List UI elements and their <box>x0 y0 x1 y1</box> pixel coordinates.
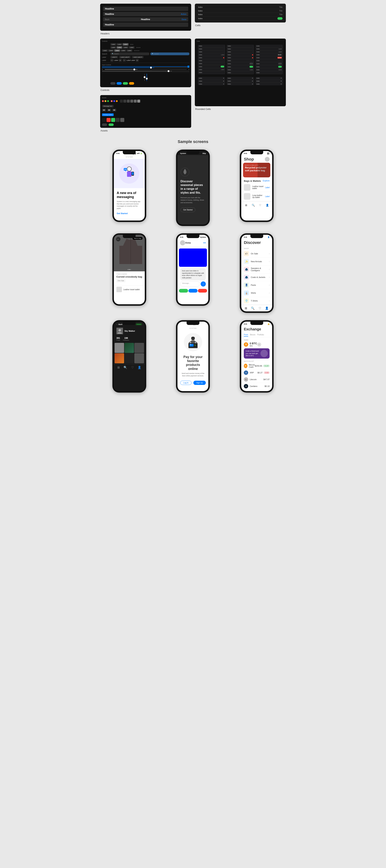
slider-track-3[interactable] <box>102 71 189 71</box>
discover-item-shirts[interactable]: 👔 Shirts › <box>241 289 272 297</box>
coat-back-btn[interactable]: ← <box>116 237 121 241</box>
stepper-2[interactable]: − Label Label + <box>123 59 139 62</box>
tab-icon-home[interactable]: ⊞ <box>244 203 248 207</box>
discover-item-coats[interactable]: 🧥 Coats & Jackets › <box>241 273 272 281</box>
shop-banner[interactable]: BAGS & WALLETS Recycled polyester soft p… <box>243 163 270 177</box>
discover-item-pants[interactable]: 👖 Pants › <box>241 281 272 289</box>
seg2-item-1[interactable]: Label <box>110 46 116 49</box>
switch-off-1[interactable] <box>110 82 116 85</box>
seg-item-3[interactable]: Label <box>123 43 128 45</box>
dropdown-1[interactable]: Label ▾ <box>110 56 118 58</box>
seg3-item-2[interactable]: Label <box>108 50 114 52</box>
shop-item-link-1[interactable]: Label <box>265 187 269 188</box>
get-started-btn-messaging[interactable]: Get Started <box>117 212 142 215</box>
vertical-slider-active[interactable] <box>147 74 147 81</box>
slider-track-1[interactable] <box>102 67 189 68</box>
photo-thumb-3[interactable] <box>134 343 144 353</box>
tab-icon-photo-home[interactable]: ⊞ <box>117 366 120 369</box>
tab-icon-photo-person[interactable]: 👤 <box>138 366 141 369</box>
primary-btn-sample[interactable]: Primary button <box>102 113 114 116</box>
progress-handle[interactable] <box>188 66 189 67</box>
headline-3-back[interactable]: Back <box>105 18 109 21</box>
seg2-item-2[interactable]: Label <box>117 46 123 49</box>
stepper2-increment[interactable]: + <box>136 59 139 62</box>
exchange-coin-xrp[interactable]: X XRP $0.27 -0.83 <box>241 369 272 376</box>
seg-item-1[interactable]: Label <box>110 43 116 45</box>
switch-on-1[interactable] <box>117 82 122 85</box>
shop-item-1[interactable]: Leather travel wallet Label <box>241 183 272 192</box>
exchange-tab-from[interactable]: From <box>244 333 248 337</box>
seg3-item-4[interactable]: Label <box>121 50 126 52</box>
exchange-tab-bitcoin[interactable]: Bitcoin <box>250 333 256 337</box>
tab-icon-discover-home[interactable]: ⊞ <box>245 306 247 310</box>
exchange-coin-ada[interactable]: A Cardano $0.10 <box>241 383 272 390</box>
chat-tab-green[interactable] <box>179 289 188 292</box>
chat-tab-blue[interactable] <box>188 289 198 292</box>
slider-track-2[interactable] <box>105 69 186 70</box>
discover-item-tshirts[interactable]: 👕 T-Shirts › <box>241 297 272 305</box>
slider-thumb-2[interactable] <box>133 68 135 70</box>
discover-item-sale[interactable]: 🏷 On Sale › <box>241 250 272 258</box>
chat-send-btn[interactable]: ↑ <box>201 281 206 286</box>
dropdown-2[interactable]: Label Label ▾ <box>119 56 131 58</box>
vertical-slider[interactable] <box>144 74 145 81</box>
switch-orange[interactable] <box>129 82 134 85</box>
vertical-thumb-2[interactable] <box>146 78 148 80</box>
asset-toggle-on[interactable] <box>108 123 114 126</box>
exchange-tab-portfolio[interactable]: Portfolio <box>257 333 264 337</box>
seg-item-2[interactable]: Label <box>117 43 123 45</box>
photo-thumb-6[interactable] <box>134 353 144 363</box>
tab-icon-photo-heart[interactable]: ♡ <box>131 366 134 369</box>
photo-thumb-1[interactable] <box>115 343 124 353</box>
switch-green[interactable] <box>123 82 128 85</box>
pay-signup-btn[interactable]: Sign Up <box>193 381 206 385</box>
segmented-control-3[interactable]: Label Label Label Label Label <box>102 50 132 52</box>
chat-tab-red[interactable] <box>198 289 207 292</box>
stepper-decrement[interactable]: − <box>110 59 113 62</box>
seg2-item-3[interactable]: Label <box>123 46 128 49</box>
search-bar[interactable]: 🔍 Search <box>110 53 149 55</box>
segmented-control-2[interactable]: Label Label Label Label <box>110 46 134 49</box>
stepper2-decrement[interactable]: − <box>123 59 126 62</box>
tab-icon-search[interactable]: 🔍 <box>252 203 255 207</box>
seg2-item-4[interactable]: Label <box>129 46 135 49</box>
slider-thumb-3[interactable] <box>168 70 169 72</box>
tab-icon-heart[interactable]: ♡ <box>258 203 262 207</box>
exchange-coin-ltc[interactable]: Ł Litecoin $47.07 <box>241 376 272 383</box>
stepper-increment[interactable]: + <box>119 59 122 62</box>
chat-more-icon[interactable]: ••• <box>203 241 206 244</box>
skip-btn[interactable]: Skip <box>202 153 206 154</box>
seg3-item-5[interactable]: Label <box>126 50 132 52</box>
vertical-thumb[interactable] <box>143 76 146 78</box>
tab-icon-discover-person[interactable]: 👤 <box>265 306 269 310</box>
exchange-coin-bch[interactable]: B Bitcoin Cash $259.85 +1.37 <box>241 363 272 369</box>
tab-icon-person[interactable]: 👤 <box>265 203 269 207</box>
stepper-1[interactable]: − Label + <box>110 59 122 62</box>
discover-item-sweaters[interactable]: 🧥 Sweaters & Cardigans › <box>241 266 272 273</box>
shop-see-all[interactable]: Explore <box>263 180 269 182</box>
photo-thumb-2[interactable] <box>125 343 134 353</box>
shop-item-2[interactable]: Long leather zip wallet Label <box>241 192 272 201</box>
dropdown-3[interactable]: Label Label ▾ <box>132 56 143 58</box>
photo-back-arrow[interactable]: ← Back <box>117 323 123 325</box>
tab-icon-discover-search[interactable]: 🔍 <box>251 306 255 310</box>
slider-thumb-1[interactable] <box>150 67 152 68</box>
pay-login-btn[interactable]: Log In <box>180 381 192 385</box>
seg3-item-1[interactable]: Label <box>102 50 108 52</box>
tab-icon-photo-search[interactable]: 🔍 <box>124 366 127 369</box>
header-action-blue[interactable]: Action <box>181 13 186 15</box>
size-badge-one[interactable]: One Size <box>117 279 125 282</box>
seg3-item-3[interactable]: Label <box>114 50 120 52</box>
search-bar-active[interactable]: 🔍 Cancel <box>151 53 189 55</box>
discover-item-new[interactable]: ✨ New Arrivals › <box>241 258 272 266</box>
photo-thumb-5[interactable] <box>125 353 134 363</box>
chat-input[interactable]: Message... <box>180 281 200 286</box>
toggle-switch[interactable] <box>278 17 283 20</box>
invite-banner[interactable]: Invite a friend and you can both get $50… <box>244 348 269 359</box>
wallet-arrow-btn[interactable]: › <box>257 342 261 346</box>
exchange-bell-icon[interactable]: 🔔 <box>267 323 269 325</box>
segmented-control[interactable]: Label Label Label <box>110 43 128 45</box>
asset-toggle-off[interactable] <box>102 123 107 126</box>
header-3-action[interactable]: Done <box>182 18 186 21</box>
get-started-btn-seasonal[interactable]: Get Started <box>181 208 195 212</box>
